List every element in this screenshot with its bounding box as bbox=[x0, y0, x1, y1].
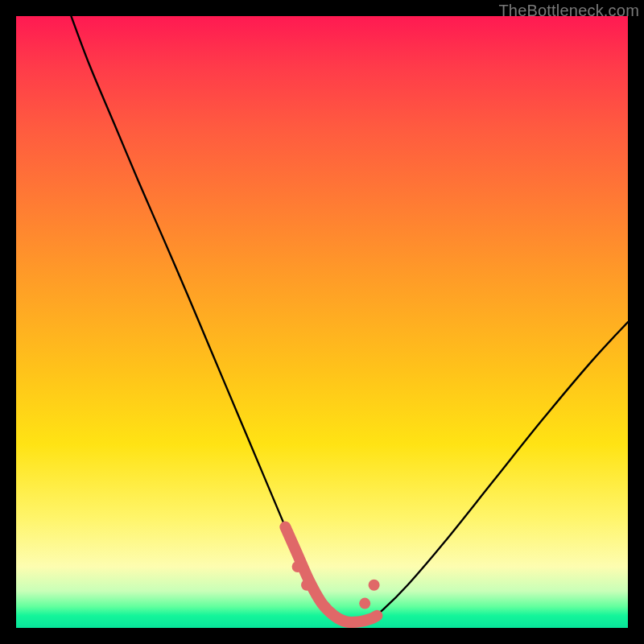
highlight-dot bbox=[369, 580, 380, 591]
highlight-dot bbox=[359, 598, 370, 609]
highlight-dot bbox=[301, 580, 312, 591]
highlight-dot bbox=[292, 561, 303, 572]
curve-svg bbox=[16, 16, 628, 628]
plot-area bbox=[16, 16, 628, 628]
bottleneck-curve-path bbox=[71, 16, 628, 622]
chart-frame: TheBottleneck.com bbox=[0, 0, 644, 644]
